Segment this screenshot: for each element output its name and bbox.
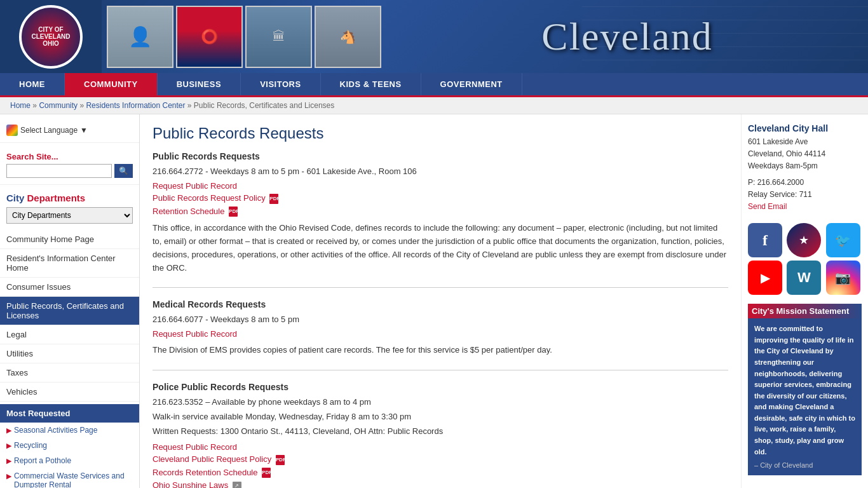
departments-select[interactable]: City Departments (6, 207, 133, 224)
stars-svg: // stars drawn below (582, 0, 868, 73)
section-medical-records: Medical Records Requests 216.664.6077 - … (153, 299, 728, 357)
nav-government[interactable]: GOVERNMENT (421, 73, 522, 95)
sidebar-link-pothole[interactable]: ▶ Report a Pothole (0, 453, 139, 468)
translate-arrow-icon: ▼ (80, 126, 88, 135)
social-seal-button[interactable]: ★ (787, 223, 821, 257)
header-logo[interactable]: CITY OFCLEVELANDOHIO (0, 0, 102, 73)
section-3-phone: 216.623.5352 – Available by phone weekda… (153, 397, 728, 407)
link-records-retention-schedule[interactable]: Records Retention Schedule PDF (153, 468, 728, 478)
departments-section-title: City Departments (0, 190, 139, 207)
sidebar-link-seasonal[interactable]: ▶ Seasonal Activities Page (0, 423, 139, 438)
sidebar-item-public-records[interactable]: Public Records, Certificates and License… (0, 297, 139, 325)
header-photo-2: ⭕ (176, 6, 243, 68)
section-3-phone3: Written Requests: 1300 Ontario St., 4411… (153, 426, 728, 436)
sidebar-item-consumer-issues[interactable]: Consumer Issues (0, 278, 139, 297)
sidebar-item-vehicles[interactable]: Vehicles (0, 383, 139, 402)
link-retention-schedule-1[interactable]: Retention Schedule PDF (153, 207, 728, 217)
pdf-icon-retention: PDF (229, 207, 238, 217)
translate-widget[interactable]: Select Language ▼ (0, 121, 139, 143)
wordpress-icon: W (797, 269, 811, 286)
twitter-icon: 🐦 (835, 233, 851, 248)
sidebar-item-utilities[interactable]: Utilities (0, 344, 139, 363)
nav-kids-teens[interactable]: KIDS & TEENS (321, 73, 421, 95)
city-seal: CITY OFCLEVELANDOHIO (19, 5, 83, 69)
youtube-icon: ▶ (761, 270, 770, 285)
instagram-icon: 📷 (835, 270, 851, 285)
section-3-heading: Police Public Records Requests (153, 382, 728, 392)
header-stars-decoration: // stars drawn below (582, 0, 868, 73)
search-input[interactable] (6, 164, 112, 178)
social-instagram-button[interactable]: 📷 (826, 261, 860, 295)
search-button[interactable]: 🔍 (114, 164, 133, 178)
main-layout: Select Language ▼ Search Site... 🔍 City … (0, 114, 868, 488)
sidebar-item-residents-center[interactable]: Resident's Information Center Home (0, 249, 139, 278)
mission-credit: – City of Cleveland (754, 461, 855, 469)
link-request-public-record-3[interactable]: Request Public Record (153, 442, 728, 452)
seal-icon: ★ (799, 233, 809, 247)
section-public-records: Public Records Requests 216.664.2772 - W… (153, 151, 728, 274)
pdf-icon-policy: PDF (269, 194, 278, 204)
divider-2 (153, 370, 728, 370)
section-1-phone: 216.664.2772 - Weekdays 8 am to 5 pm - 6… (153, 166, 728, 176)
breadcrumb-home[interactable]: Home (10, 101, 31, 110)
main-content: Public Records Requests Public Records R… (140, 114, 741, 488)
departments-dropdown[interactable]: City Departments (6, 207, 133, 224)
city-hall-relay: Relay Service: 711 (748, 190, 812, 199)
sidebar-item-community-home[interactable]: Community Home Page (0, 230, 139, 249)
search-widget: Search Site... 🔍 (0, 148, 139, 185)
city-hall-email-link[interactable]: Send Email (748, 202, 787, 211)
breadcrumb-current: Public Records, Certificates and License… (194, 101, 334, 110)
city-hall-phone-number: P: 216.664.2000 (748, 178, 804, 187)
city-hall-hours: Weekdays 8am-5pm (748, 161, 818, 170)
sidebar-link-recycling[interactable]: ▶ Recycling (0, 438, 139, 453)
search-label: Search Site... (6, 152, 133, 161)
section-1-description: This office, in accordance with the Ohio… (153, 222, 728, 274)
header-photo-3: 🏛 (245, 6, 312, 68)
link-cleveland-public-request-policy[interactable]: Cleveland Public Request Policy PDF (153, 454, 728, 465)
breadcrumb-community[interactable]: Community (39, 101, 78, 110)
city-hall-name: Cleveland City Hall (748, 123, 862, 133)
nav-business[interactable]: BUSINESS (158, 73, 241, 95)
link-request-public-record-2[interactable]: Request Public Record (153, 329, 728, 339)
pdf-icon-records-retention: PDF (262, 468, 271, 478)
pdf-icon-cleveland-policy: PDF (276, 455, 285, 465)
facebook-icon: f (763, 232, 768, 249)
section-1-heading: Public Records Requests (153, 151, 728, 161)
link-public-records-policy[interactable]: Public Records Request Policy PDF (153, 193, 728, 204)
breadcrumb: Home » Community » Residents Information… (0, 97, 868, 114)
sidebar-item-taxes[interactable]: Taxes (0, 363, 139, 383)
nav-home[interactable]: HOME (0, 73, 65, 95)
breadcrumb-sep-3: » (187, 101, 194, 110)
city-hall-address: 601 Lakeside Ave Cleveland, Ohio 44114 W… (748, 136, 862, 173)
search-row: 🔍 (6, 164, 133, 178)
ext-icon-sunshine-laws: ↗ (233, 482, 241, 488)
link-ohio-sunshine-laws[interactable]: Ohio Sunshine Laws ↗ (153, 480, 728, 488)
breadcrumb-residents-center[interactable]: Residents Information Center (86, 101, 185, 110)
mission-title: City's Mission Statement (748, 304, 862, 318)
header-photo-4: 🐴 (315, 6, 381, 68)
link-request-public-record-1[interactable]: Request Public Record (153, 181, 728, 191)
page-title: Public Records Requests (153, 125, 728, 142)
divider-1 (153, 287, 728, 288)
header-photos: 👤 ⭕ 🏛 🐴 (102, 1, 386, 73)
social-icons-grid: f ★ 🐦 ▶ W 📷 (748, 223, 862, 295)
city-hall-info: Cleveland City Hall 601 Lakeside Ave Cle… (748, 123, 862, 213)
section-2-phone: 216.664.6077 - Weekdays 8 am to 5 pm (153, 315, 728, 324)
social-youtube-button[interactable]: ▶ (748, 261, 782, 295)
social-wordpress-button[interactable]: W (787, 261, 821, 295)
nav-visitors[interactable]: VISITORS (241, 73, 320, 95)
google-icon (6, 125, 18, 136)
main-nav: HOME COMMUNITY BUSINESS VISITORS KIDS & … (0, 73, 868, 97)
nav-community[interactable]: COMMUNITY (65, 73, 158, 95)
sidebar-link-commercial-waste[interactable]: ▶ Commercial Waste Services and Dumpster… (0, 468, 139, 488)
section-2-heading: Medical Records Requests (153, 299, 728, 309)
mission-text: We are committed to improving the qualit… (754, 323, 855, 458)
city-hall-phone: P: 216.664.2000 Relay Service: 711 Send … (748, 177, 862, 214)
site-header: CITY OFCLEVELANDOHIO 👤 ⭕ 🏛 🐴 Cleveland /… (0, 0, 868, 73)
social-facebook-button[interactable]: f (748, 223, 782, 257)
left-sidebar: Select Language ▼ Search Site... 🔍 City … (0, 114, 140, 488)
social-twitter-button[interactable]: 🐦 (826, 223, 860, 257)
most-requested-header: Most Requested (0, 404, 139, 423)
section-2-description: The Division of EMS provides copies of p… (153, 344, 728, 357)
sidebar-item-legal[interactable]: Legal (0, 325, 139, 344)
